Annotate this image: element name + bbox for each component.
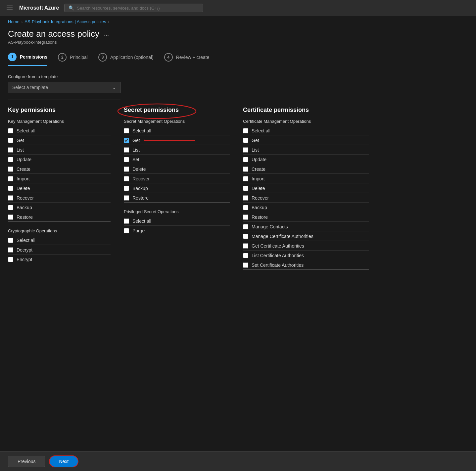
secret-recover-label[interactable]: Recover	[132, 176, 150, 181]
cert-list-label[interactable]: List	[252, 147, 259, 153]
cert-get-checkbox[interactable]	[243, 138, 248, 143]
cert-list-ca-checkbox[interactable]	[243, 253, 248, 258]
cert-recover-checkbox[interactable]	[243, 195, 248, 201]
secret-backup-label[interactable]: Backup	[132, 186, 148, 191]
template-select[interactable]: Select a template ⌄	[8, 82, 120, 93]
breadcrumb: Home › AS-Playbook-Integrations | Access…	[0, 16, 476, 26]
cert-selectall-label[interactable]: Select all	[252, 128, 270, 133]
cert-list-ca-label[interactable]: List Certificate Authorities	[252, 253, 304, 258]
breadcrumb-home[interactable]: Home	[8, 19, 20, 24]
key-encrypt-label[interactable]: Encrypt	[17, 257, 32, 262]
cert-backup-label[interactable]: Backup	[252, 205, 267, 210]
key-encrypt-checkbox[interactable]	[8, 257, 13, 262]
cert-delete-checkbox[interactable]	[243, 186, 248, 191]
key-crypto-selectall-label[interactable]: Select all	[17, 238, 35, 243]
key-restore-checkbox[interactable]	[8, 214, 13, 220]
previous-button[interactable]: Previous	[8, 456, 45, 467]
secret-restore-label[interactable]: Restore	[132, 195, 149, 201]
breadcrumb-parent[interactable]: AS-Playbook-Integrations | Access polici…	[24, 19, 106, 24]
cert-restore-checkbox[interactable]	[243, 214, 248, 220]
search-bar[interactable]: 🔍	[64, 4, 203, 12]
ellipsis-button[interactable]: ...	[103, 30, 110, 37]
list-item: Create	[8, 165, 111, 174]
step-principal[interactable]: 2 Principal	[58, 53, 88, 66]
cert-backup-checkbox[interactable]	[243, 205, 248, 210]
list-item: Encrypt	[8, 255, 111, 264]
key-create-checkbox[interactable]	[8, 166, 13, 172]
key-restore-label[interactable]: Restore	[17, 214, 33, 220]
key-import-label[interactable]: Import	[17, 176, 30, 181]
secret-backup-checkbox[interactable]	[124, 186, 129, 191]
key-list-checkbox[interactable]	[8, 147, 13, 153]
cert-create-label[interactable]: Create	[252, 166, 265, 172]
step-review[interactable]: 4 Review + create	[164, 53, 210, 66]
secret-selectall-label[interactable]: Select all	[132, 128, 151, 133]
secret-restore-checkbox[interactable]	[124, 195, 129, 201]
key-update-checkbox[interactable]	[8, 157, 13, 162]
key-delete-label[interactable]: Delete	[17, 186, 30, 191]
privileged-purge-label[interactable]: Purge	[132, 228, 145, 233]
key-get-label[interactable]: Get	[17, 138, 24, 143]
step-4-label: Review + create	[176, 55, 210, 60]
step-permissions[interactable]: 1 Permissions	[8, 53, 47, 66]
key-backup-label[interactable]: Backup	[17, 205, 32, 210]
key-recover-checkbox[interactable]	[8, 195, 13, 201]
key-decrypt-label[interactable]: Decrypt	[17, 247, 32, 253]
cert-update-label[interactable]: Update	[252, 157, 266, 162]
next-button[interactable]: Next	[49, 455, 78, 467]
key-recover-label[interactable]: Recover	[17, 195, 34, 201]
secret-get-label[interactable]: Get	[132, 138, 140, 143]
cert-contacts-checkbox[interactable]	[243, 224, 248, 229]
key-crypto-selectall-checkbox[interactable]	[8, 238, 13, 243]
key-backup-checkbox[interactable]	[8, 205, 13, 210]
cert-contacts-label[interactable]: Manage Contacts	[252, 224, 288, 229]
cert-list-checkbox[interactable]	[243, 147, 248, 153]
list-item: Get	[8, 136, 111, 145]
key-import-checkbox[interactable]	[8, 176, 13, 181]
hamburger-menu[interactable]	[5, 4, 14, 12]
secret-set-label[interactable]: Set	[132, 157, 139, 162]
secret-recover-checkbox[interactable]	[124, 176, 129, 181]
secret-list-checkbox[interactable]	[124, 147, 129, 153]
cert-set-ca-checkbox[interactable]	[243, 262, 248, 268]
cert-get-label[interactable]: Get	[252, 138, 259, 143]
secret-delete-checkbox[interactable]	[124, 166, 129, 172]
key-update-label[interactable]: Update	[17, 157, 31, 162]
cert-manage-ca-checkbox[interactable]	[243, 234, 248, 239]
list-item: Restore	[8, 213, 111, 222]
privileged-selectall-checkbox[interactable]	[124, 218, 129, 224]
list-item: Select all	[124, 217, 230, 226]
list-item: Create	[243, 165, 369, 174]
list-item: Get	[243, 136, 369, 145]
cert-selectall-checkbox[interactable]	[243, 128, 248, 133]
privileged-selectall-label[interactable]: Select all	[132, 218, 151, 224]
secret-selectall-checkbox[interactable]	[124, 128, 129, 133]
key-decrypt-checkbox[interactable]	[8, 247, 13, 253]
privileged-purge-checkbox[interactable]	[124, 228, 129, 233]
cert-get-ca-label[interactable]: Get Certificate Authorities	[252, 243, 304, 249]
cert-set-ca-label[interactable]: Set Certificate Authorities	[252, 262, 304, 268]
cert-restore-label[interactable]: Restore	[252, 214, 268, 220]
key-selectall-checkbox[interactable]	[8, 128, 13, 133]
cert-delete-label[interactable]: Delete	[252, 186, 265, 191]
key-list-label[interactable]: List	[17, 147, 24, 153]
search-input[interactable]	[77, 6, 199, 11]
secret-delete-label[interactable]: Delete	[132, 166, 146, 172]
key-delete-checkbox[interactable]	[8, 186, 13, 191]
cert-create-checkbox[interactable]	[243, 166, 248, 172]
secret-set-checkbox[interactable]	[124, 157, 129, 162]
page-header: Create an access policy ... AS-Playbook-…	[0, 26, 476, 46]
cert-update-checkbox[interactable]	[243, 157, 248, 162]
cert-import-label[interactable]: Import	[252, 176, 265, 181]
key-create-label[interactable]: Create	[17, 166, 30, 172]
secret-list-label[interactable]: List	[132, 147, 140, 153]
secret-get-checkbox[interactable]	[124, 138, 129, 143]
key-get-checkbox[interactable]	[8, 138, 13, 143]
cert-get-ca-checkbox[interactable]	[243, 243, 248, 249]
step-application[interactable]: 3 Application (optional)	[98, 53, 154, 66]
cert-recover-label[interactable]: Recover	[252, 195, 269, 201]
cert-import-checkbox[interactable]	[243, 176, 248, 181]
key-selectall-label[interactable]: Select all	[17, 128, 35, 133]
cert-manage-ca-label[interactable]: Manage Certificate Authorities	[252, 234, 313, 239]
list-item: Import	[8, 174, 111, 183]
